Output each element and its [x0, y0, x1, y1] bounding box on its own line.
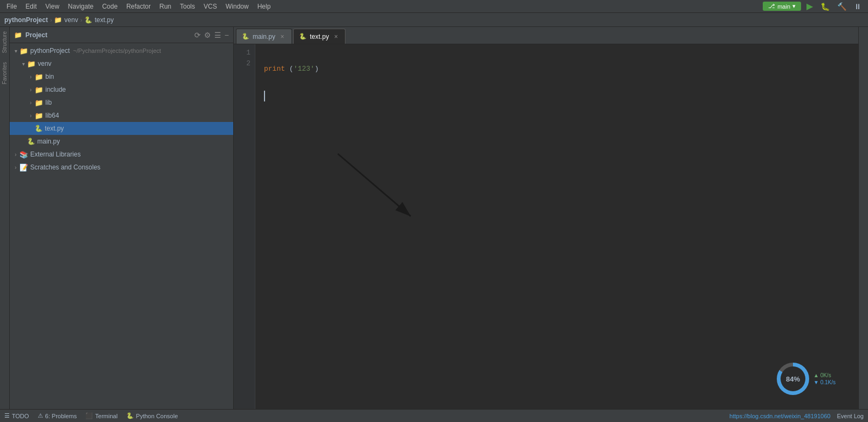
toggle-lib64[interactable]: ›: [27, 113, 35, 119]
tree-root[interactable]: ▾ 📁 pythonProject ~/PycharmProjects/pyth…: [10, 44, 233, 57]
py-icon: 🐍: [84, 16, 92, 24]
breadcrumb: pythonProject › 📁 venv › 🐍 text.py: [0, 13, 868, 27]
main-tab-label: main.py: [253, 33, 275, 40]
menubar: File Edit View Navigate Code Refactor Ru…: [0, 0, 868, 13]
tree-text-py[interactable]: 🐍 text.py: [10, 122, 233, 135]
extlibs-icon: 📚: [19, 151, 28, 159]
main-tab-icon: 🐍: [242, 33, 249, 40]
pause-button[interactable]: ⏸: [852, 1, 864, 12]
toggle-root[interactable]: ▾: [12, 48, 19, 54]
problems-item[interactable]: ⚠ 6: Problems: [38, 412, 77, 419]
tree-lib[interactable]: › 📁 lib: [10, 96, 233, 109]
network-widget: 84% ▲ 0K/s ▼ 0.1K/s: [777, 363, 836, 395]
menu-view[interactable]: View: [41, 2, 64, 11]
sync-icon[interactable]: ⟳: [194, 31, 201, 39]
editor-area: 🐍 main.py × 🐍 text.py × 1 2 print ('123'…: [234, 27, 858, 409]
menu-vcs[interactable]: VCS: [199, 2, 221, 11]
include-name: include: [45, 86, 66, 93]
text-tab-icon: 🐍: [299, 33, 307, 40]
structure-label[interactable]: Structure: [1, 27, 9, 58]
status-bar: ☰ TODO ⚠ 6: Problems ⬛ Terminal 🐍 Python…: [0, 409, 868, 422]
breadcrumb-filename: text.py: [94, 16, 113, 24]
toggle-venv[interactable]: ▾: [19, 61, 27, 67]
menu-run[interactable]: Run: [155, 2, 175, 11]
main-tab-close[interactable]: ×: [279, 33, 286, 40]
menu-help[interactable]: Help: [253, 2, 275, 11]
breadcrumb-project[interactable]: pythonProject: [4, 16, 48, 24]
tree-bin[interactable]: › 📁 bin: [10, 70, 233, 83]
gear-icon[interactable]: ☰: [214, 31, 221, 39]
code-editor[interactable]: print ('123'): [255, 44, 858, 409]
menu-window[interactable]: Window: [221, 2, 253, 11]
main-py-icon: 🐍: [27, 138, 35, 145]
line-numbers: 1 2: [234, 44, 255, 409]
venv-folder-icon: 📁: [27, 60, 36, 68]
folder-icon: 📁: [14, 31, 22, 39]
root-name: pythonProject: [30, 47, 70, 55]
close-panel-icon[interactable]: −: [225, 31, 229, 39]
tree-ext-libs[interactable]: › 📚 External Libraries: [10, 148, 233, 161]
toggle-scratches[interactable]: ›: [12, 165, 19, 171]
download-stat: ▼ 0.1K/s: [813, 379, 836, 385]
console-item[interactable]: 🐍 Python Console: [126, 412, 178, 419]
tree-lib64[interactable]: › 📁 lib64: [10, 109, 233, 122]
tree-include[interactable]: › 📁 include: [10, 83, 233, 96]
toggle-include[interactable]: ›: [27, 87, 35, 93]
right-strip: [858, 27, 868, 409]
breadcrumb-sep2: ›: [80, 17, 83, 23]
scratches-icon: 📝: [19, 164, 28, 172]
todo-item[interactable]: ☰ TODO: [4, 412, 29, 419]
breadcrumb-venv-label: venv: [64, 16, 78, 24]
lib64-name: lib64: [45, 112, 59, 119]
bin-name: bin: [45, 73, 54, 80]
menu-edit[interactable]: Edit: [21, 2, 41, 11]
breadcrumb-file[interactable]: 🐍 text.py: [84, 16, 113, 24]
include-folder-icon: 📁: [35, 86, 43, 94]
terminal-item[interactable]: ⬛ Terminal: [85, 412, 118, 419]
tree-venv[interactable]: ▾ 📁 venv: [10, 57, 233, 70]
cpu-gauge[interactable]: 84%: [777, 363, 809, 395]
menu-refactor[interactable]: Refactor: [122, 2, 155, 11]
keyword-print: print: [264, 65, 285, 73]
text-tab-label: text.py: [310, 33, 329, 40]
text-tab-close[interactable]: ×: [332, 33, 340, 40]
build-button[interactable]: 🔨: [835, 1, 849, 12]
menu-code[interactable]: Code: [98, 2, 122, 11]
left-strip: Structure Favorites: [0, 27, 10, 409]
debug-button[interactable]: 🐛: [818, 1, 832, 12]
project-panel: 📁 Project ⟳ ⚙ ☰ − ▾ 📁 pythonProject ~/Py…: [10, 27, 234, 409]
terminal-icon: ⬛: [85, 412, 93, 419]
tab-main-py[interactable]: 🐍 main.py ×: [236, 29, 292, 44]
settings-icon[interactable]: ⚙: [204, 31, 211, 39]
branch-label: main: [777, 3, 790, 10]
tab-text-py[interactable]: 🐍 text.py ×: [293, 29, 345, 44]
lib64-folder-icon: 📁: [35, 112, 43, 120]
menu-navigate[interactable]: Navigate: [64, 2, 98, 11]
paren-close: ): [315, 65, 319, 73]
toggle-bin[interactable]: ›: [27, 74, 35, 80]
toggle-lib[interactable]: ›: [27, 100, 35, 106]
down-arrow-icon: ▼: [813, 379, 819, 385]
tree-scratches[interactable]: › 📝 Scratches and Consoles: [10, 161, 233, 174]
toggle-extlibs[interactable]: ›: [12, 152, 19, 158]
problems-label: 6: Problems: [45, 413, 77, 419]
download-value: 0.1K/s: [820, 379, 836, 385]
panel-title: Project: [25, 31, 191, 39]
folder-icon: 📁: [54, 16, 62, 24]
line-num-2: 2: [246, 58, 250, 69]
run-button[interactable]: ▶: [804, 0, 815, 12]
event-log[interactable]: Event Log: [837, 413, 864, 419]
tree-main-py[interactable]: 🐍 main.py: [10, 135, 233, 148]
problems-icon: ⚠: [38, 412, 43, 419]
favorites-label[interactable]: Favorites: [1, 58, 9, 89]
run-branch-button[interactable]: ⎇ main ▾: [763, 2, 801, 11]
main-py-name: main.py: [37, 138, 60, 145]
paren-open: (: [289, 65, 294, 73]
menu-tools[interactable]: Tools: [175, 2, 199, 11]
status-url[interactable]: https://blog.csdn.net/weixin_48191060: [729, 413, 830, 419]
lib-folder-icon: 📁: [35, 99, 43, 107]
breadcrumb-venv[interactable]: 📁 venv: [54, 16, 78, 24]
menu-file[interactable]: File: [2, 2, 21, 11]
file-tree: ▾ 📁 pythonProject ~/PycharmProjects/pyth…: [10, 43, 233, 409]
todo-icon: ☰: [4, 412, 10, 419]
